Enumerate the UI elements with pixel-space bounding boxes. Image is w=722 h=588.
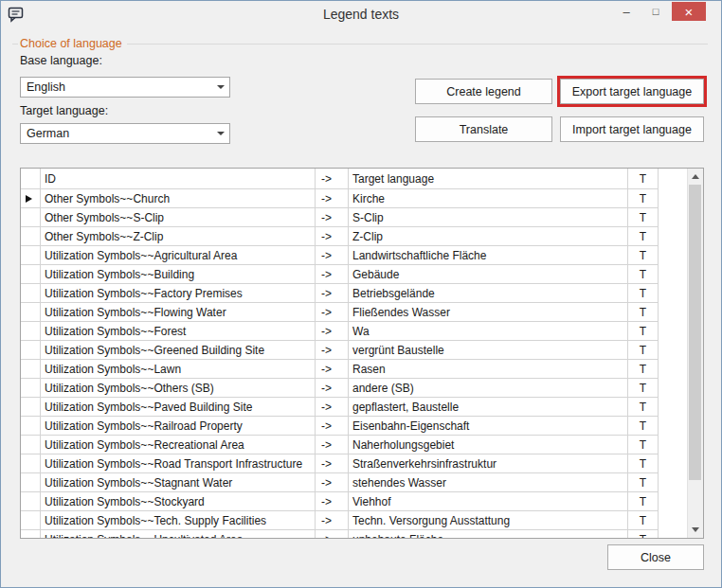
row-target-language-cell[interactable]: Landwirtschaftliche Fläche bbox=[349, 246, 628, 265]
row-id-cell[interactable]: Utilization Symbols~~Tech. Supply Facili… bbox=[41, 511, 316, 530]
row-t-cell[interactable]: T bbox=[628, 227, 659, 246]
row-target-language-cell[interactable]: andere (SB) bbox=[349, 379, 628, 398]
row-arrow-cell[interactable]: -> bbox=[316, 436, 349, 454]
row-arrow-cell[interactable]: -> bbox=[316, 360, 349, 379]
export-target-language-button[interactable]: Export target language bbox=[560, 79, 704, 104]
row-selector-cell[interactable] bbox=[21, 492, 41, 511]
import-target-language-button[interactable]: Import target language bbox=[560, 116, 704, 142]
row-arrow-cell[interactable]: -> bbox=[316, 322, 349, 341]
row-selector-cell[interactable] bbox=[21, 473, 41, 492]
row-target-language-cell[interactable]: Naherholungsgebiet bbox=[349, 436, 628, 454]
scroll-down-arrow-icon[interactable] bbox=[688, 522, 703, 538]
row-target-language-cell[interactable]: unbebaute Fläche bbox=[349, 530, 628, 538]
row-t-cell[interactable]: T bbox=[628, 341, 659, 360]
row-arrow-cell[interactable]: -> bbox=[316, 303, 349, 322]
row-arrow-cell[interactable]: -> bbox=[316, 511, 349, 530]
row-target-language-cell[interactable]: Rasen bbox=[349, 360, 628, 379]
row-t-cell[interactable]: T bbox=[628, 530, 659, 538]
table-row[interactable]: Other Symbols~~S-Clip -> S-Clip T bbox=[21, 208, 687, 227]
table-row[interactable]: Utilization Symbols~~Factory Premises ->… bbox=[21, 284, 687, 303]
table-row[interactable]: Utilization Symbols~~Forest -> Wa T bbox=[21, 322, 687, 341]
row-id-cell[interactable]: Utilization Symbols~~Railroad Property bbox=[41, 417, 316, 436]
row-t-cell[interactable]: T bbox=[628, 436, 659, 454]
row-id-cell[interactable]: Utilization Symbols~~Agricultural Area bbox=[41, 246, 316, 265]
row-arrow-cell[interactable]: -> bbox=[316, 398, 349, 417]
row-arrow-cell[interactable]: -> bbox=[316, 246, 349, 265]
row-t-cell[interactable]: T bbox=[628, 379, 659, 398]
row-t-cell[interactable]: T bbox=[628, 322, 659, 341]
table-row[interactable]: Utilization Symbols~~Lawn -> Rasen T bbox=[21, 360, 687, 379]
minimize-button[interactable]: – bbox=[613, 2, 640, 21]
chevron-down-icon[interactable] bbox=[212, 78, 229, 97]
row-target-language-cell[interactable]: Eisenbahn-Eigenschaft bbox=[349, 417, 628, 436]
row-arrow-cell[interactable]: -> bbox=[316, 208, 349, 227]
close-button[interactable]: Close bbox=[607, 544, 704, 570]
row-selector-cell[interactable] bbox=[21, 322, 41, 341]
table-row[interactable]: Utilization Symbols~~Stagnant Water -> s… bbox=[21, 473, 687, 492]
row-arrow-cell[interactable]: -> bbox=[316, 227, 349, 246]
row-target-language-cell[interactable]: Gebäude bbox=[349, 265, 628, 284]
header-arrow[interactable]: -> bbox=[316, 169, 349, 189]
table-row[interactable]: Utilization Symbols~~Tech. Supply Facili… bbox=[21, 511, 687, 530]
row-selector-cell[interactable] bbox=[21, 454, 41, 473]
row-selector-cell[interactable] bbox=[21, 417, 41, 436]
row-id-cell[interactable]: Other Symbols~~Church bbox=[41, 189, 316, 208]
target-language-select[interactable]: German bbox=[20, 123, 230, 144]
row-target-language-cell[interactable]: Kirche bbox=[349, 189, 628, 208]
row-arrow-cell[interactable]: -> bbox=[316, 265, 349, 284]
row-t-cell[interactable]: T bbox=[628, 398, 659, 417]
header-t[interactable]: T bbox=[628, 169, 659, 189]
row-selector-cell[interactable] bbox=[21, 398, 41, 417]
row-id-cell[interactable]: Utilization Symbols~~Recreational Area bbox=[41, 436, 316, 454]
row-selector-cell[interactable] bbox=[21, 246, 41, 265]
row-arrow-cell[interactable]: -> bbox=[316, 341, 349, 360]
row-id-cell[interactable]: Utilization Symbols~~Stockyard bbox=[41, 492, 316, 511]
table-row[interactable]: Utilization Symbols~~Flowing Water -> Fl… bbox=[21, 303, 687, 322]
row-selector-cell[interactable] bbox=[21, 208, 41, 227]
row-id-cell[interactable]: Utilization Symbols~~Factory Premises bbox=[41, 284, 316, 303]
row-target-language-cell[interactable]: Viehhof bbox=[349, 492, 628, 511]
row-target-language-cell[interactable]: stehendes Wasser bbox=[349, 473, 628, 492]
base-language-select[interactable]: English bbox=[20, 77, 230, 98]
row-id-cell[interactable]: Other Symbols~~S-Clip bbox=[41, 208, 316, 227]
row-target-language-cell[interactable]: vergrünt Baustelle bbox=[349, 341, 628, 360]
row-id-cell[interactable]: Utilization Symbols~~Road Transport Infr… bbox=[41, 454, 316, 473]
translate-button[interactable]: Translate bbox=[415, 116, 552, 142]
row-t-cell[interactable]: T bbox=[628, 511, 659, 530]
table-row[interactable]: Utilization Symbols~~Road Transport Infr… bbox=[21, 454, 687, 473]
row-id-cell[interactable]: Utilization Symbols~~Stagnant Water bbox=[41, 473, 316, 492]
row-t-cell[interactable]: T bbox=[628, 303, 659, 322]
row-target-language-cell[interactable]: Straßenverkehrsinfrastruktur bbox=[349, 454, 628, 473]
close-window-button[interactable]: × bbox=[672, 2, 706, 21]
row-id-cell[interactable]: Other Symbols~~Z-Clip bbox=[41, 227, 316, 246]
header-id[interactable]: ID bbox=[41, 169, 316, 189]
row-target-language-cell[interactable]: gepflastert, Baustelle bbox=[349, 398, 628, 417]
row-t-cell[interactable]: T bbox=[628, 360, 659, 379]
row-arrow-cell[interactable]: -> bbox=[316, 492, 349, 511]
table-row[interactable]: Utilization Symbols~~Building -> Gebäude… bbox=[21, 265, 687, 284]
table-row[interactable]: Other Symbols~~Z-Clip -> Z-Clip T bbox=[21, 227, 687, 246]
row-selector-cell[interactable] bbox=[21, 511, 41, 530]
row-selector-cell[interactable] bbox=[21, 189, 41, 208]
row-selector-cell[interactable] bbox=[21, 341, 41, 360]
row-t-cell[interactable]: T bbox=[628, 473, 659, 492]
row-selector-cell[interactable] bbox=[21, 360, 41, 379]
row-target-language-cell[interactable]: S-Clip bbox=[349, 208, 628, 227]
row-t-cell[interactable]: T bbox=[628, 417, 659, 436]
row-selector-cell[interactable] bbox=[21, 303, 41, 322]
row-id-cell[interactable]: Utilization Symbols~~Others (SB) bbox=[41, 379, 316, 398]
row-t-cell[interactable]: T bbox=[628, 265, 659, 284]
table-row[interactable]: Utilization Symbols~~Uncultivated Area -… bbox=[21, 530, 687, 538]
row-id-cell[interactable]: Utilization Symbols~~Uncultivated Area bbox=[41, 530, 316, 538]
row-t-cell[interactable]: T bbox=[628, 189, 659, 208]
table-row[interactable]: Utilization Symbols~~Agricultural Area -… bbox=[21, 246, 687, 265]
table-row[interactable]: Utilization Symbols~~Paved Building Site… bbox=[21, 398, 687, 417]
row-id-cell[interactable]: Utilization Symbols~~Paved Building Site bbox=[41, 398, 316, 417]
chevron-down-icon[interactable] bbox=[212, 124, 229, 143]
create-legend-button[interactable]: Create legend bbox=[415, 79, 552, 104]
row-target-language-cell[interactable]: Betriebsgelände bbox=[349, 284, 628, 303]
row-target-language-cell[interactable]: Wa bbox=[349, 322, 628, 341]
row-arrow-cell[interactable]: -> bbox=[316, 473, 349, 492]
row-t-cell[interactable]: T bbox=[628, 246, 659, 265]
row-t-cell[interactable]: T bbox=[628, 492, 659, 511]
